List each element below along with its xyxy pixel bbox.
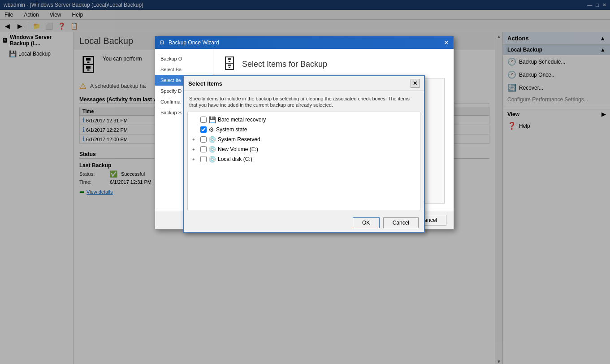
expand-new-volume[interactable]: + [192,147,199,152]
wizard-title-left: 🗓 Backup Once Wizard [160,39,219,46]
new-volume-icon: 💿 [208,146,216,153]
tree-item-local-disk[interactable]: + 💿 Local disk (C:) [190,154,417,164]
checkbox-system-state[interactable] [200,126,207,133]
select-items-title-bar: Select Items ✕ [184,76,424,91]
select-items-close-button[interactable]: ✕ [411,79,420,88]
cancel-button[interactable]: Cancel [383,217,419,228]
wizard-close-button[interactable]: ✕ [444,39,449,46]
tree-item-system-reserved[interactable]: + 💿 System Reserved [190,134,417,144]
wizard-section-title: 🗄 Select Items for Backup [222,56,445,73]
system-state-icon: ⚙ [208,126,214,133]
new-volume-label: New Volume (E:) [218,146,258,152]
wizard-section-icon: 🗄 [222,56,237,73]
system-reserved-icon: 💿 [208,136,216,143]
system-state-label: System state [216,126,247,133]
select-items-footer: OK Cancel [184,214,424,232]
wizard-nav-backup-options[interactable]: Backup O [155,53,213,64]
tree-view[interactable]: 💾 Bare metal recovery ⚙ System state + 💿… [187,112,420,210]
checkbox-local-disk[interactable] [200,156,207,162]
select-items-desc-area: Specify items to include in the backup b… [184,91,424,108]
local-disk-icon: 💿 [208,156,216,163]
expand-local-disk[interactable]: + [192,157,199,162]
local-disk-label: Local disk (C:) [218,156,252,162]
system-reserved-label: System Reserved [218,136,260,143]
wizard-title-text: Backup Once Wizard [169,39,219,46]
tree-item-new-volume[interactable]: + 💿 New Volume (E:) [190,144,417,154]
checkbox-system-reserved[interactable] [200,136,207,143]
wizard-nav-select-backup[interactable]: Select Ba [155,64,213,75]
wizard-title-bar: 🗓 Backup Once Wizard ✕ [155,36,454,49]
checkbox-new-volume[interactable] [200,146,207,152]
tree-item-bare-metal[interactable]: 💾 Bare metal recovery [190,115,417,125]
expand-system-reserved[interactable]: + [192,137,199,142]
select-items-dialog: Select Items ✕ Specify items to include … [183,75,425,233]
ok-button[interactable]: OK [353,217,380,228]
checkbox-bare-metal[interactable] [200,117,207,123]
wizard-title-icon: 🗓 [160,39,165,46]
select-items-title: Select Items [188,80,222,87]
select-items-description: Specify items to include in the backup b… [189,96,410,108]
tree-item-system-state[interactable]: ⚙ System state [190,125,417,134]
wizard-section-text: Select Items for Backup [242,60,327,69]
bare-metal-icon: 💾 [208,116,216,123]
bare-metal-label: Bare metal recovery [218,117,266,123]
